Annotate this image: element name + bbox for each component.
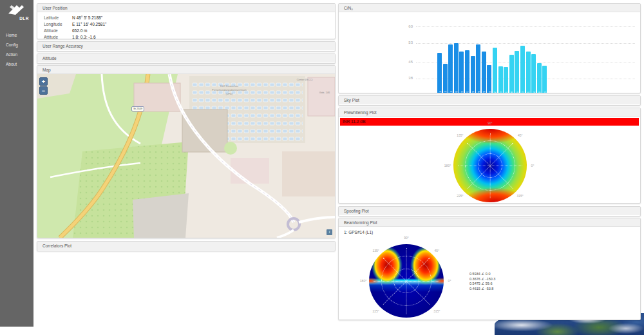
user-range-accuracy-header[interactable]: User Range Accuracy [37,42,335,50]
dlr-logo: DLR [0,0,33,26]
map-tiles: DLR Deutsches Fernerkundungsdatenzentrum… [37,74,335,238]
map-label: DLR Deutsches [220,84,238,88]
position-label: Attitude [44,34,72,39]
position-value: E 11° 16' 40.2581" [72,22,106,26]
angle-label: 0° [448,279,451,283]
cn0-bar: E09 [515,51,519,93]
position-row: LongitudeE 11° 16' 40.2581" [44,21,335,28]
cn0-bar: G25 [459,52,464,94]
bar-label: G14 [438,91,441,93]
sidebar-item-about[interactable]: About [0,60,33,68]
beamforming-heatmap [369,244,444,318]
cn0-bar: G10 [448,44,453,94]
bar-label: E15 [527,91,530,93]
map-header[interactable]: Map [37,66,335,74]
dlr-logo-text: DLR [5,16,29,21]
cn0-bar: G32 [454,43,459,93]
spoofing-plot-header[interactable]: Spoofing Plot [339,207,640,215]
bar-label: G03 [488,91,491,93]
map-attribution-button[interactable]: i [327,229,332,235]
map-zoom-in-button[interactable]: + [39,77,48,86]
user-position-card: User Position LatitudeN 48° 5' 5.2188"Lo… [37,3,336,39]
bar-label: E30 [538,91,541,93]
sidebar-item-config[interactable]: Config [0,41,33,49]
prewhitening-heatmap [453,129,527,202]
bar-label: G10 [449,91,452,93]
map-card: Map [37,65,336,238]
legend-entry: 0.3676 ∠ -150.3 [469,277,495,282]
bar-label: E24 [532,91,535,93]
altitude-card: Altitude [37,53,336,64]
cn0-bar: E24 [531,54,536,93]
cn0-bar: G22 [482,52,486,93]
position-value: 1.8; 0.3; -1.6 [72,35,96,39]
bars-group: G14G12G10G32G25G31G26G29G22G03E02E03E05E… [437,26,547,93]
dlr-logo-icon [7,4,26,15]
bar-label: E33 [543,91,546,93]
sky-plot-card: Sky Plot [338,95,641,106]
map-label: Center (GCC) [297,78,313,81]
altitude-header[interactable]: Altitude [37,54,335,62]
prewhitening-plot-card: Prewhitening Plot INR 11.2 dB 0°45°90°13… [338,108,641,204]
user-position-rows: LatitudeN 48° 5' 5.2188"LongitudeE 11° 1… [37,12,335,39]
cn0-header[interactable]: C/N₀ [339,4,640,12]
cn0-bar: G12 [443,64,448,93]
user-position-header[interactable]: User Position [37,4,335,12]
map-zoom-controls: + − [39,77,48,95]
prewhitening-polar-plot: 0°45°90°135°180°225°270°315° [339,108,640,203]
cn0-bar: E08 [509,55,514,93]
correlators-plot-header[interactable]: Correlators Plot [37,242,335,250]
bar-label: G26 [471,91,475,93]
position-value: N 48° 5' 5.2188" [72,15,102,20]
angle-label: 45° [435,249,440,253]
sidebar-item-home[interactable]: Home [0,31,33,39]
bar-label: G12 [444,91,447,93]
cn0-bar: E05 [504,67,508,93]
cn0-bar: E03 [498,66,503,93]
position-row: LatitudeN 48° 5' 5.2188" [44,15,335,21]
cn0-bar-chart: 6053453830G14G12G10G32G25G31G26G29G22G03… [339,12,640,93]
angle-label: 315° [516,194,523,198]
map-label: Fernerkundungsdatenzentrum [212,88,247,91]
y-axis-tick: 53 [399,41,413,44]
position-label: Longitude [44,21,72,28]
correlators-plot-card: Correlators Plot [37,241,336,251]
cn0-bar: E13 [520,46,525,93]
bar-label: E09 [515,91,518,93]
angle-label: 135° [457,133,463,137]
cn0-bar: G14 [437,53,442,93]
sky-plot-header[interactable]: Sky Plot [339,96,640,104]
sidebar-item-action[interactable]: Action [0,50,33,59]
angle-label: 45° [518,133,523,137]
angle-label: 135° [372,249,379,253]
angle-label: 90° [404,236,409,240]
bar-label: G29 [477,91,480,93]
position-label: Altitude [44,28,72,34]
sidebar: DLR HomeConfigActionAbout [0,0,33,327]
angle-label: 180° [444,164,451,168]
legend-entry: 0.4615 ∠ -53.8 [469,287,495,292]
user-range-accuracy-card: User Range Accuracy [37,41,336,52]
cn0-bar: G29 [476,44,480,93]
map-label: (DFD) [226,92,234,95]
sidebar-menu: HomeConfigActionAbout [0,31,33,68]
bar-label: E03 [499,91,502,93]
bar-label: G25 [460,91,463,93]
beamforming-plot-card: Beamforming Plot 1: GPS#14 (L1) 0°45°90°… [338,218,641,320]
y-axis-tick: 38 [399,76,413,80]
position-row: Attitude1.8; 0.3; -1.6 [44,34,335,39]
map-zoom-out-button[interactable]: − [39,86,48,95]
angle-label: 0° [531,164,535,168]
map-canvas[interactable]: DLR Deutsches Fernerkundungsdatenzentrum… [37,74,335,238]
cn0-bar: G03 [487,65,491,93]
user-position-title: User Position [43,6,68,10]
bar-label: E02 [493,91,497,93]
cn0-bar: E33 [542,66,547,93]
position-row: Altitude652.0 m [44,28,335,34]
cn0-bar: E02 [493,48,497,93]
y-axis-tick: 45 [399,60,413,64]
bar-label: E13 [521,91,524,93]
cn0-bar: G26 [471,56,475,93]
cn0-card: C/N₀ 6053453830G14G12G10G32G25G31G26G29G… [338,3,641,93]
bar-label: E05 [504,91,507,93]
